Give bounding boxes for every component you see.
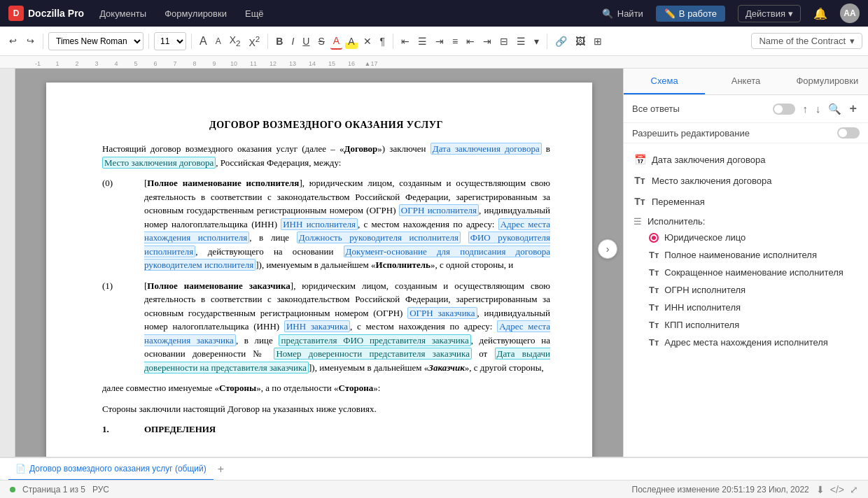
edit-label: Разрешить редактирование — [632, 128, 832, 138]
schema-item-date[interactable]: 📅 Дата заключения договора — [624, 149, 868, 170]
list-more-button[interactable]: ▾ — [531, 34, 542, 49]
insert-link-button[interactable]: 🔗 — [552, 34, 570, 49]
list-num-0: (0) — [102, 176, 144, 272]
font-family-select[interactable]: Times New Roman — [48, 32, 144, 50]
toolbar-separator-4 — [267, 34, 268, 49]
redo-button[interactable]: ↪ — [23, 34, 38, 48]
indent-right-button[interactable]: ⇥ — [480, 34, 494, 49]
maximize-button[interactable]: ⤢ — [850, 484, 858, 495]
schema-item-variable[interactable]: Tт Переменная — [624, 191, 868, 212]
field-position-exec[interactable]: Должность руководителя исполнителя — [297, 232, 461, 243]
field-ogrn-cust[interactable]: ОГРН заказчика — [407, 307, 477, 319]
doc-nav-arrow-right[interactable]: › — [598, 239, 617, 259]
tab-anketa[interactable]: Анкета — [705, 69, 786, 94]
status-right-icons: ⬇ </> ⤢ — [816, 484, 858, 495]
add-tab-button[interactable]: + — [214, 463, 228, 476]
schema-ogrn-label: ОГРН исполнителя — [664, 285, 746, 295]
font-grow-button[interactable]: A — [197, 33, 210, 50]
nav-up-button[interactable]: ↑ — [799, 101, 811, 117]
app-logo[interactable]: D Doczilla Pro — [8, 6, 84, 21]
text-icon-4: Tт — [649, 267, 659, 278]
paragraph-button[interactable]: ¶ — [377, 34, 388, 49]
contract-name-button[interactable]: Name of the Contract ▾ — [751, 33, 862, 49]
left-margin — [0, 69, 15, 457]
search-schema-button[interactable]: 🔍 — [825, 101, 844, 117]
nav-formulations[interactable]: Формулировки — [162, 7, 230, 20]
nav-more[interactable]: Ещё — [242, 7, 267, 20]
customer-label: Заказчик — [428, 362, 464, 373]
font-color-button[interactable]: A — [330, 33, 342, 50]
edit-toggle[interactable] — [837, 127, 860, 138]
superscript-button[interactable]: X2 — [246, 32, 263, 50]
indent-left-button[interactable]: ⇤ — [463, 34, 477, 49]
notifications-button[interactable]: 🔔 — [813, 7, 827, 20]
doc-section-1: 1. ОПРЕДЕЛЕНИЯ — [102, 422, 550, 442]
chevron-down-icon-2: ▾ — [850, 36, 855, 46]
field-inn-exec[interactable]: ИНН исполнителя — [281, 218, 358, 230]
schema-kpp-label: КПП исполнителя — [664, 320, 739, 330]
code-button[interactable]: </> — [830, 484, 844, 495]
tab-schema[interactable]: Схема — [624, 69, 705, 94]
insert-media-button[interactable]: 🖼 — [573, 34, 588, 49]
align-right-button[interactable]: ⇥ — [433, 34, 447, 49]
pencil-icon: ✏️ — [664, 8, 676, 19]
ruler-tick: ▲17 — [361, 60, 381, 67]
edit-toggle-knob — [839, 129, 847, 137]
actions-button[interactable]: Действия ▾ — [738, 5, 801, 22]
document-page[interactable]: ДОГОВОР ВОЗМЕЗДНОГО ОКАЗАНИЯ УСЛУГ Насто… — [46, 83, 592, 457]
underline-button[interactable]: U — [300, 34, 312, 49]
strikethrough-button[interactable]: S — [315, 34, 327, 49]
field-inn-cust[interactable]: ИНН заказчика — [284, 320, 350, 332]
justify-button[interactable]: ≡ — [449, 34, 461, 49]
document-area[interactable]: ДОГОВОР ВОЗМЕЗДНОГО ОКАЗАНИЯ УСЛУГ Насто… — [15, 69, 623, 457]
ruler-tick: 15 — [322, 60, 342, 67]
field-rep-cust[interactable]: представителя ФИО представителя заказчик… — [279, 334, 470, 346]
schema-address-label: Адрес места нахождения исполнителя — [664, 337, 828, 348]
align-left-button[interactable]: ⇤ — [398, 34, 412, 49]
undo-button[interactable]: ↩ — [6, 34, 20, 48]
status-button[interactable]: ✏️ В работе — [656, 6, 725, 22]
field-pow-num[interactable]: Номер доверенности представителя заказчи… — [274, 348, 472, 360]
ordered-list-button[interactable]: ⊟ — [497, 34, 511, 49]
insert-table-button[interactable]: ⊞ — [591, 34, 605, 49]
schema-inn-label: ИНН исполнителя — [664, 302, 741, 313]
schema-item-place[interactable]: Tт Место заключения договора — [624, 170, 868, 191]
field-place[interactable]: Место заключения договора — [102, 157, 216, 169]
field-ogrn-exec[interactable]: ОГРН исполнителя — [399, 204, 479, 216]
doc-list-item-1: (1) [Полное наименование заказчика], юри… — [102, 279, 550, 375]
align-center-button[interactable]: ☰ — [415, 34, 430, 49]
text-icon-6: Tт — [649, 302, 659, 313]
subscript-button[interactable]: X2 — [227, 32, 244, 50]
clear-format-button[interactable]: ✕ — [360, 34, 374, 49]
schema-radio-juridical[interactable]: Юридическое лицо — [624, 229, 868, 246]
bold-button[interactable]: B — [273, 34, 286, 49]
toolbar-separator-2 — [148, 34, 149, 49]
schema-item-date-label: Дата заключения договора — [652, 155, 766, 165]
doc-icon: 📄 — [15, 464, 26, 474]
schema-item-ogrn[interactable]: Tт ОГРН исполнителя — [624, 281, 868, 299]
nav-down-button[interactable]: ↓ — [813, 101, 824, 117]
schema-item-inn[interactable]: Tт ИНН исполнителя — [624, 299, 868, 316]
italic-button[interactable]: I — [288, 34, 297, 49]
font-shrink-button[interactable]: A — [213, 34, 224, 48]
ruler-tick: 5 — [126, 60, 146, 67]
tab-formulations[interactable]: Формулировки — [787, 69, 868, 94]
field-date[interactable]: Дата заключения договора — [430, 143, 542, 155]
avatar[interactable]: AA — [840, 3, 860, 23]
bottom-tab-contract[interactable]: 📄 Договор возмездного оказания услуг (об… — [8, 458, 214, 481]
add-schema-item-button[interactable]: + — [846, 101, 860, 117]
unordered-list-button[interactable]: ☰ — [514, 34, 528, 49]
schema-item-short-name[interactable]: Tт Сокращенное наименование исполнителя — [624, 264, 868, 281]
schema-item-full-name[interactable]: Tт Полное наименование исполнителя — [624, 246, 868, 264]
schema-item-kpp[interactable]: Tт КПП исполнителя — [624, 316, 868, 334]
schema-item-address[interactable]: Tт Адрес места нахождения исполнителя — [624, 334, 868, 351]
font-size-select[interactable]: 11 — [154, 32, 186, 50]
field-doc-exec[interactable]: Документ-основание для подписания догово… — [144, 246, 550, 271]
nav-documents[interactable]: Документы — [97, 7, 149, 20]
download-button[interactable]: ⬇ — [816, 484, 825, 495]
toolbar: ↩ ↪ Times New Roman 11 A A X2 X2 B I U S… — [0, 27, 868, 56]
nav-search[interactable]: 🔍 Найти — [602, 8, 643, 19]
ruler-tick: 8 — [185, 60, 204, 67]
highlight-button[interactable]: A — [345, 34, 357, 49]
all-answers-toggle[interactable] — [773, 104, 795, 115]
